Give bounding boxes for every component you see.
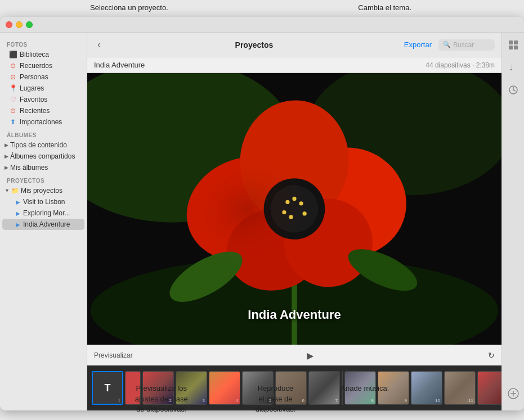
titlebar — [0, 17, 524, 33]
sidebar-item-favoritos[interactable]: ♡ Favoritos — [2, 94, 84, 105]
minimize-button[interactable] — [16, 21, 23, 28]
music-icon: ♩ — [508, 62, 518, 73]
search-placeholder: Buscar — [453, 41, 474, 49]
lugares-icon: 📍 — [9, 84, 17, 92]
sidebar-item-biblioteca[interactable]: ⬛ Biblioteca — [2, 49, 84, 60]
filmstrip-thumb-11[interactable]: 11 — [444, 371, 476, 405]
filmstrip-thumb-12[interactable]: 12 — [477, 371, 501, 405]
filmstrip-thumb-10[interactable]: 10 — [411, 371, 442, 405]
slideshow-icon-exploring: ▶ — [16, 210, 20, 216]
music-button[interactable]: ♩ — [505, 60, 521, 75]
favoritos-icon: ♡ — [9, 96, 17, 103]
sidebar-item-mis-albumes[interactable]: ▶ Mis álbumes — [0, 162, 87, 173]
slideshow-icon-lisbon: ▶ — [16, 199, 20, 205]
slideshow-preview: India Adventure — [87, 73, 501, 345]
svg-line-28 — [513, 90, 516, 91]
filmstrip-thumb-5[interactable]: 5 — [242, 371, 274, 405]
chevron-tipos-icon: ▶ — [5, 142, 8, 148]
filmstrip-thumb-8[interactable]: 8 — [344, 371, 376, 405]
filmstrip-thumb-1[interactable]: T 1 — [92, 371, 123, 405]
sidebar-item-recientes[interactable]: ⊙ Recientes — [2, 105, 84, 116]
project-header: India Adventure 44 diapositivas · 2:38m — [87, 57, 501, 73]
preview-button[interactable]: Previsualizar — [94, 351, 133, 359]
repeat-button[interactable]: ↻ — [488, 351, 495, 360]
recientes-icon: ⊙ — [9, 107, 17, 115]
svg-rect-23 — [509, 46, 513, 49]
sidebar-item-mis-proyectos[interactable]: ▼ 📁 Mis proyectos — [0, 185, 87, 196]
export-button[interactable]: Exportar — [404, 40, 432, 49]
filmstrip-thumb-2[interactable]: 2 — [142, 371, 174, 405]
sidebar-item-recuerdos[interactable]: ⊙ Recuerdos — [2, 60, 84, 71]
sidebar-item-tipos-contenido[interactable]: ▶ Tipos de contenido — [0, 139, 87, 151]
toolbar-title: Proyectos — [111, 40, 397, 49]
sidebar-item-importaciones[interactable]: ⬆ Importaciones — [2, 116, 84, 128]
traffic-lights — [6, 21, 33, 28]
duration-button[interactable] — [505, 82, 521, 98]
search-icon: 🔍 — [443, 41, 451, 48]
sidebar-item-personas[interactable]: ⊙ Personas — [2, 71, 84, 83]
sidebar-item-albumes-compartidos[interactable]: ▶ Álbumes compartidos — [0, 151, 87, 162]
slideshow-icon-india: ▶ — [16, 222, 20, 228]
filmstrip-thumb-4[interactable]: 4 — [209, 371, 240, 405]
theme-button[interactable] — [505, 37, 521, 53]
importaciones-icon: ⬆ — [9, 118, 17, 126]
search-box[interactable]: 🔍 Buscar — [438, 39, 495, 51]
slide-title: India Adventure — [248, 308, 341, 322]
filmstrip-thumb-9[interactable]: 9 — [378, 371, 409, 405]
biblioteca-icon: ⬛ — [9, 51, 17, 58]
add-button[interactable] — [505, 386, 521, 401]
sidebar-item-lugares[interactable]: 📍 Lugares — [2, 83, 84, 94]
project-info: 44 diapositivas · 2:38m — [426, 61, 495, 69]
proyectos-section-label: Proyectos — [0, 173, 87, 185]
flower-svg — [87, 73, 501, 345]
top-left-annotation: Selecciona un proyecto. — [90, 3, 168, 12]
main-window: Fotos ⬛ Biblioteca ⊙ Recuerdos ⊙ Persona… — [0, 17, 524, 410]
svg-rect-21 — [509, 40, 513, 44]
sidebar-item-visit-lisbon[interactable]: ▶ Visit to Lisbon — [2, 196, 84, 207]
top-right-annotation: Cambia el tema. — [358, 3, 411, 12]
sidebar-item-india-adventure[interactable]: ▶ India Adventure — [2, 219, 84, 230]
right-panel: ♩ — [501, 33, 524, 410]
svg-text:♩: ♩ — [509, 63, 513, 72]
maximize-button[interactable] — [26, 21, 33, 28]
clock-icon — [508, 85, 518, 95]
toolbar: ‹ Proyectos Exportar 🔍 Buscar — [87, 33, 501, 57]
recuerdos-icon: ⊙ — [9, 62, 17, 70]
sidebar: Fotos ⬛ Biblioteca ⊙ Recuerdos ⊙ Persona… — [0, 33, 87, 410]
filmstrip-thumb-7[interactable]: 7 — [308, 371, 340, 405]
theme-icon — [508, 40, 518, 50]
chevron-compartidos-icon: ▶ — [5, 153, 8, 159]
back-button[interactable]: ‹ — [94, 38, 104, 52]
folder-icon: 📁 — [11, 187, 19, 195]
personas-icon: ⊙ — [9, 73, 17, 81]
filmstrip: T 1 2 3 4 5 6 — [87, 365, 501, 410]
content-area: Fotos ⬛ Biblioteca ⊙ Recuerdos ⊙ Persona… — [0, 33, 524, 410]
filmstrip-thumb-6[interactable]: 6 — [275, 371, 307, 405]
svg-rect-22 — [514, 40, 518, 44]
filmstrip-thumb-1b[interactable] — [125, 371, 141, 405]
play-button[interactable]: ▶ — [303, 349, 317, 362]
fotos-section-label: Fotos — [0, 37, 87, 49]
controls-bar: Previsualizar ▶ ↻ — [87, 345, 501, 365]
filmstrip-divider — [342, 371, 343, 405]
albumes-section-label: Álbumes — [0, 128, 87, 139]
sidebar-item-exploring-mor[interactable]: ▶ Exploring Mor... — [2, 207, 84, 219]
chevron-proyectos-icon: ▼ — [5, 188, 10, 193]
main-area: ‹ Proyectos Exportar 🔍 Buscar India Adve… — [87, 33, 501, 410]
svg-rect-24 — [514, 46, 518, 49]
add-icon — [508, 388, 519, 399]
chevron-misalbumes-icon: ▶ — [5, 165, 8, 170]
project-name: India Adventure — [94, 61, 145, 69]
close-button[interactable] — [6, 21, 12, 28]
filmstrip-thumb-3[interactable]: 3 — [176, 371, 207, 405]
